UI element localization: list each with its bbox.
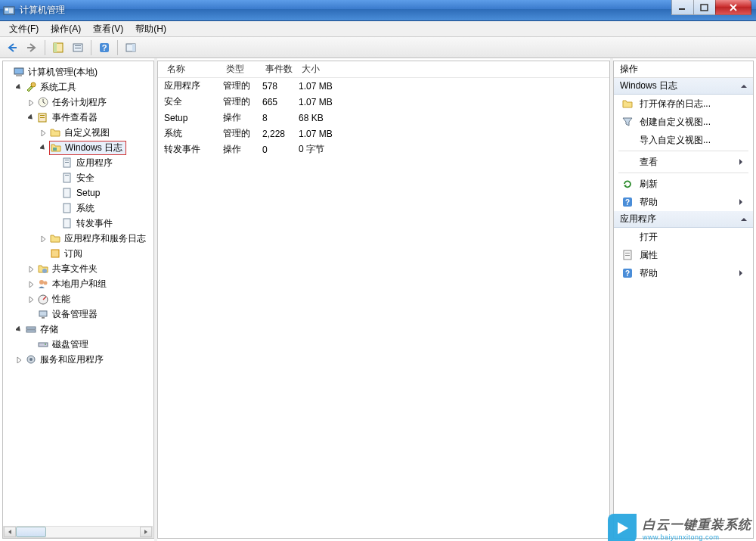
list-row[interactable]: 转发事件操作00 字节 xyxy=(158,141,609,157)
properties-button[interactable] xyxy=(69,39,87,57)
tree-system-tools[interactable]: 系统工具 xyxy=(3,79,153,95)
tree-setup[interactable]: Setup xyxy=(3,185,153,201)
action-section-application[interactable]: 应用程序 xyxy=(614,211,753,228)
list-row[interactable]: 应用程序管理的5781.07 MB xyxy=(158,78,609,94)
folder-icon xyxy=(49,232,61,244)
tree-label: 存储 xyxy=(40,323,58,336)
svg-point-16 xyxy=(31,82,36,87)
tools-icon xyxy=(25,81,37,93)
tree-windows-logs[interactable]: Windows 日志 xyxy=(3,140,153,155)
tree-performance[interactable]: 性能 xyxy=(3,291,153,306)
svg-rect-20 xyxy=(40,117,45,118)
col-count[interactable]: 事件数 xyxy=(262,63,299,76)
tree-system[interactable]: 系统 xyxy=(3,201,153,216)
tree-hscrollbar[interactable] xyxy=(3,526,153,538)
scroll-thumb[interactable] xyxy=(16,527,46,537)
folder-icon xyxy=(49,126,61,138)
menu-action[interactable]: 操作(A) xyxy=(45,21,87,37)
collapse-icon[interactable] xyxy=(39,144,48,152)
list-row[interactable]: 安全管理的6651.07 MB xyxy=(158,94,609,110)
action-label: 打开保存的日志... xyxy=(640,98,711,110)
blank-icon xyxy=(621,134,634,146)
subscriptions-icon xyxy=(49,247,61,260)
tree-app-service-logs[interactable]: 应用程序和服务日志 xyxy=(3,231,153,246)
tree-security[interactable]: 安全 xyxy=(3,170,153,185)
svg-point-42 xyxy=(29,358,33,361)
tree-disk-mgmt[interactable]: 磁盘管理 xyxy=(3,337,153,352)
collapse-icon[interactable] xyxy=(15,83,23,92)
action-view[interactable]: 查看 xyxy=(614,153,753,171)
svg-point-33 xyxy=(44,281,48,285)
tree-application[interactable]: 应用程序 xyxy=(3,155,153,170)
tree-label: 磁盘管理 xyxy=(52,338,88,351)
titlebar: 计算机管理 xyxy=(0,0,756,21)
minimize-button[interactable] xyxy=(671,0,694,15)
tree-storage[interactable]: 存储 xyxy=(3,322,153,337)
expand-icon[interactable] xyxy=(39,235,48,243)
svg-rect-47 xyxy=(625,255,630,256)
svg-rect-19 xyxy=(40,115,45,116)
list-header: 名称 类型 事件数 大小 xyxy=(158,61,609,78)
expand-icon[interactable] xyxy=(27,98,36,107)
col-name[interactable]: 名称 xyxy=(164,63,223,76)
col-size[interactable]: 大小 xyxy=(299,63,359,76)
action-properties[interactable]: 属性 xyxy=(614,246,753,264)
tree-event-viewer[interactable]: 事件查看器 xyxy=(3,110,153,125)
tree-device-manager[interactable]: 设备管理器 xyxy=(3,306,153,322)
action-pane-button[interactable] xyxy=(122,39,140,57)
action-create-custom[interactable]: 创建自定义视图... xyxy=(614,113,753,131)
expand-icon[interactable] xyxy=(27,295,36,303)
svg-rect-13 xyxy=(132,44,135,51)
expand-icon[interactable] xyxy=(15,356,23,364)
tree-task-scheduler[interactable]: 任务计划程序 xyxy=(3,95,153,110)
menu-help[interactable]: 帮助(H) xyxy=(129,21,172,37)
tree-custom-views[interactable]: 自定义视图 xyxy=(3,125,153,140)
expand-icon[interactable] xyxy=(3,68,11,76)
action-help2[interactable]: ?帮助 xyxy=(614,264,753,282)
cell-name: 应用程序 xyxy=(164,79,223,92)
show-hide-tree-button[interactable] xyxy=(49,39,67,57)
cell-count: 2,228 xyxy=(262,129,299,139)
scroll-left-button[interactable] xyxy=(4,527,16,537)
forward-button[interactable] xyxy=(23,39,41,57)
action-open[interactable]: 打开 xyxy=(614,228,753,246)
tree-local-users[interactable]: 本地用户和组 xyxy=(3,276,153,291)
col-type[interactable]: 类型 xyxy=(223,63,262,76)
action-help[interactable]: ?帮助 xyxy=(614,193,753,211)
tree-forwarded[interactable]: 转发事件 xyxy=(3,216,153,231)
tree: 计算机管理(本地) 系统工具 任务计划程序 事件查看器 xyxy=(3,61,153,370)
action-open-saved[interactable]: 打开保存的日志... xyxy=(614,95,753,113)
svg-rect-39 xyxy=(39,343,48,347)
cell-name: Setup xyxy=(164,113,223,123)
expand-icon[interactable] xyxy=(27,265,36,273)
tree-services-apps[interactable]: 服务和应用程序 xyxy=(3,352,153,367)
action-refresh[interactable]: 刷新 xyxy=(614,175,753,193)
svg-rect-26 xyxy=(65,175,69,176)
list-row[interactable]: 系统管理的2,2281.07 MB xyxy=(158,126,609,141)
clock-icon xyxy=(37,96,49,108)
expand-icon[interactable] xyxy=(27,280,36,288)
tree-root[interactable]: 计算机管理(本地) xyxy=(3,64,153,79)
menu-view[interactable]: 查看(V) xyxy=(87,21,129,37)
folder-icon xyxy=(50,141,62,154)
help-button[interactable]: ? xyxy=(95,39,113,57)
scroll-right-button[interactable] xyxy=(140,527,152,537)
svg-rect-6 xyxy=(54,43,57,52)
maximize-button[interactable] xyxy=(693,0,716,15)
menu-file[interactable]: 文件(F) xyxy=(3,21,45,37)
action-section-windows-logs[interactable]: Windows 日志 xyxy=(614,78,753,95)
toolbar: ? xyxy=(0,37,756,58)
back-button[interactable] xyxy=(3,39,21,57)
scroll-track[interactable] xyxy=(16,527,140,537)
tree-subscriptions[interactable]: 订阅 xyxy=(3,246,153,261)
tree-shared-folders[interactable]: 共享文件夹 xyxy=(3,261,153,276)
action-import-custom[interactable]: 导入自定义视图... xyxy=(614,131,753,149)
svg-rect-46 xyxy=(625,253,630,253)
cell-type: 操作 xyxy=(223,111,262,124)
collapse-icon[interactable] xyxy=(15,325,23,334)
expand-icon[interactable] xyxy=(39,129,48,137)
close-button[interactable] xyxy=(715,0,751,15)
list-row[interactable]: Setup操作868 KB xyxy=(158,110,609,126)
collapse-icon[interactable] xyxy=(27,113,36,122)
action-label: 查看 xyxy=(640,156,658,169)
